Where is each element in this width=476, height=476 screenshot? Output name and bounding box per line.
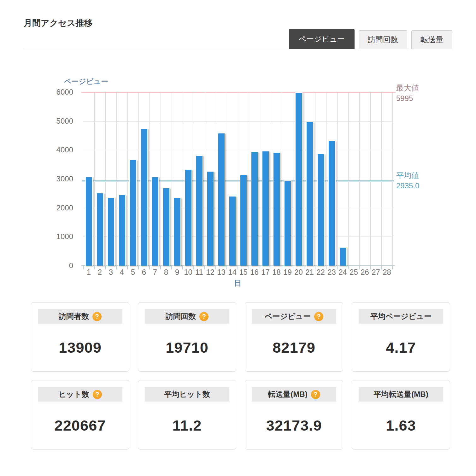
bar-day-8 xyxy=(162,188,170,266)
x-tick-label: 9 xyxy=(172,268,183,277)
y-axis-title: ページビュー xyxy=(64,77,108,86)
bar-day-19 xyxy=(284,180,291,266)
stat-label: 平均ページビュー xyxy=(370,311,432,321)
v-gridline xyxy=(94,92,95,266)
help-icon[interactable]: ? xyxy=(92,312,102,321)
v-gridline xyxy=(370,92,371,266)
stat-card-header: 平均ヒット数 xyxy=(145,387,229,402)
stat-card-1: 訪問回数?19710 xyxy=(138,302,236,372)
x-tick-label: 17 xyxy=(260,268,271,277)
v-gridline xyxy=(260,92,260,266)
bar-day-16 xyxy=(251,151,258,266)
x-tick-label: 27 xyxy=(370,268,382,277)
stat-label: 訪問回数 xyxy=(166,311,196,321)
v-gridline xyxy=(138,92,139,266)
help-icon[interactable]: ? xyxy=(311,390,320,399)
x-tick-label: 8 xyxy=(161,268,172,277)
x-tick-label: 25 xyxy=(348,268,360,277)
v-gridline xyxy=(127,92,128,266)
bar-day-11 xyxy=(196,155,203,266)
stat-card-header: ヒット数? xyxy=(38,387,122,402)
stat-card-6: 転送量(MB)?32173.9 xyxy=(245,380,343,450)
stats-grid: 訪問者数?13909訪問回数?19710ページビュー?82179平均ページビュー… xyxy=(31,302,450,450)
x-tick-label: 23 xyxy=(326,268,338,277)
tab-pageviews[interactable]: ページビュー xyxy=(289,29,355,49)
v-gridline xyxy=(161,92,161,266)
stat-label: 平均ヒット数 xyxy=(164,389,210,399)
chart-metric-tabs: ページビュー 訪問回数 転送量 xyxy=(289,29,452,49)
v-gridline xyxy=(359,92,360,266)
x-tick-label: 21 xyxy=(304,268,315,277)
tab-transfer[interactable]: 転送量 xyxy=(411,30,452,49)
help-icon[interactable]: ? xyxy=(199,312,209,321)
stat-card-0: 訪問者数?13909 xyxy=(31,302,129,372)
x-tick-label: 11 xyxy=(194,268,205,277)
bar-day-17 xyxy=(262,151,269,266)
bar-day-6 xyxy=(140,128,148,266)
max-value-number: 5995 xyxy=(396,93,419,103)
x-tick-label: 16 xyxy=(249,268,260,277)
v-gridline xyxy=(172,92,172,266)
avg-value-label: 平均値 xyxy=(396,170,419,180)
stat-label: 訪問者数 xyxy=(59,311,89,321)
v-gridline xyxy=(271,92,271,266)
max-value-annotation: 最大値 5995 xyxy=(396,83,419,103)
max-line xyxy=(81,92,396,93)
v-gridline xyxy=(249,92,249,266)
stat-label: ページビュー xyxy=(265,311,311,321)
stat-card-header: 訪問回数? xyxy=(145,309,229,324)
v-gridline xyxy=(381,92,382,266)
x-tick-label: 4 xyxy=(116,268,128,277)
x-tick-label: 5 xyxy=(127,268,139,277)
bar-day-7 xyxy=(151,177,159,266)
bar-day-4 xyxy=(118,195,126,266)
bar-day-5 xyxy=(129,160,137,266)
x-tick-label: 10 xyxy=(183,268,194,277)
stat-card-header: 平均転送量(MB) xyxy=(359,387,443,402)
stat-value: 82179 xyxy=(245,324,343,371)
v-gridline xyxy=(337,92,338,266)
v-gridline xyxy=(392,92,393,266)
stat-value: 32173.9 xyxy=(245,402,343,449)
y-tick-label: 2000 xyxy=(50,203,73,212)
bar-day-23 xyxy=(328,140,336,266)
bar-day-18 xyxy=(273,152,280,266)
v-gridline xyxy=(194,92,194,266)
bar-day-3 xyxy=(107,197,115,266)
x-tick-label: 2 xyxy=(94,268,106,277)
v-gridline xyxy=(227,92,227,266)
help-icon[interactable]: ? xyxy=(93,390,102,399)
stat-card-7: 平均転送量(MB)1.63 xyxy=(352,380,450,450)
v-gridline xyxy=(326,92,326,266)
bar-day-13 xyxy=(218,133,225,266)
bar-day-14 xyxy=(229,196,236,266)
bar-day-12 xyxy=(207,171,214,266)
stat-card-5: 平均ヒット数11.2 xyxy=(138,380,236,450)
y-tick-label: 0 xyxy=(50,261,73,270)
y-tick-label: 4000 xyxy=(50,145,73,154)
help-icon[interactable]: ? xyxy=(314,312,323,321)
stat-value: 220667 xyxy=(31,402,129,449)
v-gridline xyxy=(315,92,315,266)
v-gridline xyxy=(205,92,205,266)
x-axis-title: 日 xyxy=(83,278,392,288)
x-tick-label: 20 xyxy=(293,268,304,277)
x-tick-label: 7 xyxy=(150,268,161,277)
x-tick-label: 26 xyxy=(359,268,371,277)
average-line xyxy=(82,180,394,182)
stat-card-4: ヒット数?220667 xyxy=(31,380,129,450)
bar-day-10 xyxy=(185,169,192,266)
stat-label: ヒット数 xyxy=(58,389,89,399)
stat-value: 11.2 xyxy=(138,402,236,449)
stat-card-header: ページビュー? xyxy=(252,309,336,324)
bar-day-22 xyxy=(317,154,325,266)
x-tick-label: 19 xyxy=(282,268,293,277)
x-tick-label: 3 xyxy=(105,268,117,277)
v-gridline xyxy=(183,92,183,266)
bar-day-24 xyxy=(339,247,347,266)
page-title: 月間アクセス推移 xyxy=(24,17,93,29)
tab-visits[interactable]: 訪問回数 xyxy=(359,30,407,49)
y-axis-tick-labels: 0100020003000400050006000 xyxy=(50,92,78,266)
y-tick-label: 5000 xyxy=(50,117,73,126)
x-tick-label: 24 xyxy=(337,268,349,277)
